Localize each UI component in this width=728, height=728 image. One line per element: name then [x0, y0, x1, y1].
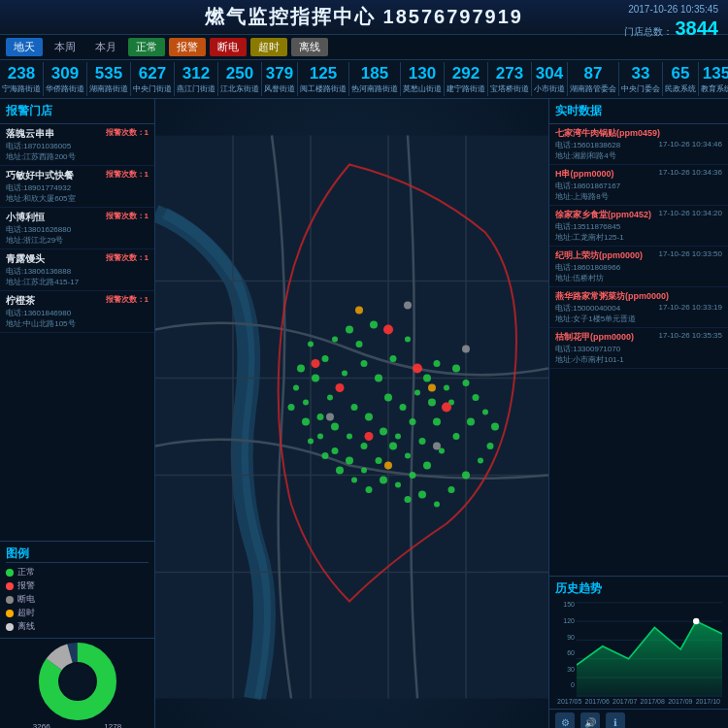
svg-point-74 [487, 443, 494, 449]
icon-volume[interactable]: 🔊 [580, 712, 600, 728]
stat-label-0: 宁海路街道 [2, 83, 41, 94]
stat-item-4: 312燕江门街道 [175, 62, 218, 96]
svg-point-89 [462, 346, 470, 353]
tab-month[interactable]: 本月 [87, 38, 124, 56]
svg-point-37 [380, 428, 387, 436]
chart-x-labels: 2017/052017/062017/072017/082017/092017/… [555, 698, 722, 705]
svg-point-61 [467, 418, 475, 426]
history-title: 历史趋势 [555, 580, 722, 597]
btn-alarm[interactable]: 报警 [169, 38, 206, 56]
stat-label-5: 江北东街道 [220, 83, 259, 94]
stat-label-16: 教育系统 [701, 83, 728, 94]
rt-name-1: H串(ppm0000)17-10-26 10:34:36 [555, 168, 722, 181]
legend-items: 正常报警断电超时离线 [6, 566, 149, 633]
svg-point-50 [376, 457, 382, 464]
svg-point-79 [418, 491, 426, 499]
history-section: 历史趋势 1501209060300 [549, 576, 728, 709]
stat-label-11: 宝塔桥街道 [490, 83, 529, 94]
alarm-item-2[interactable]: 小博利恒报警次数：1电话:13801626880地址:浙江北29号 [0, 208, 154, 249]
svg-point-13 [346, 326, 353, 334]
alarm-phone-1: 电话:18901774932 [6, 182, 149, 193]
icon-settings[interactable]: ⚙ [555, 712, 575, 728]
btn-offline[interactable]: 离线 [291, 38, 328, 56]
left-panel: 报警门店 落魄云串串报警次数：1电话:18701036005地址:江苏西路200… [0, 99, 155, 728]
alarm-item-3[interactable]: 青露馒头报警次数：1电话:13806136888地址:江苏北路415-17 [0, 249, 154, 291]
svg-point-83 [413, 364, 422, 374]
legend: 图例 正常报警断电超时离线 [0, 541, 154, 638]
tab-week[interactable]: 本周 [47, 38, 83, 56]
map-area[interactable] [155, 99, 548, 728]
icon-info[interactable]: ℹ [606, 712, 625, 728]
stat-num-2: 535 [89, 64, 128, 83]
svg-point-24 [414, 390, 420, 396]
stat-item-10: 292建宁路街道 [445, 62, 488, 96]
svg-point-48 [405, 453, 411, 459]
alarm-phone-4: 电话:13601846980 [6, 308, 149, 318]
svg-point-16 [370, 321, 378, 329]
history-chart [577, 601, 722, 698]
legend-label-0: 正常 [17, 566, 35, 579]
svg-point-27 [327, 395, 333, 401]
stat-item-11: 273宝塔桥街道 [488, 62, 532, 96]
svg-point-85 [442, 403, 451, 413]
rt-phone-2: 电话:13511876845 [555, 221, 722, 232]
main-content: 报警门店 落魄云串串报警次数：1电话:18701036005地址:江苏西路200… [0, 99, 728, 728]
tab-today[interactable]: 地天 [6, 38, 43, 56]
stat-num-7: 125 [300, 64, 347, 83]
alarm-addr-3: 地址:江苏北路415-17 [6, 277, 149, 287]
svg-point-62 [453, 433, 460, 440]
stat-label-14: 中央门委会 [621, 83, 660, 94]
svg-point-88 [326, 414, 334, 421]
datetime: 2017-10-26 10:35:45 [628, 4, 718, 15]
pie-chart-area: 3266 1278 [0, 638, 154, 728]
svg-point-34 [428, 399, 436, 407]
svg-point-51 [361, 468, 367, 474]
alarm-addr-0: 地址:江苏西路200号 [6, 151, 149, 162]
svg-point-46 [433, 418, 441, 426]
rt-item-1: H串(ppm0000)17-10-26 10:34:36电话:186018671… [549, 165, 728, 206]
pie-normal-num: 3266 [33, 722, 50, 728]
svg-point-26 [351, 404, 358, 411]
svg-point-31 [423, 375, 431, 382]
btn-power-off[interactable]: 断电 [210, 38, 247, 56]
stat-item-9: 130莫愁山街道 [401, 62, 445, 96]
rt-name-5: 桔制花甲(ppm0000)17-10-26 10:35:35 [555, 331, 722, 344]
stat-label-1: 华侨路街道 [46, 83, 84, 94]
alarm-addr-4: 地址:中山北路105号 [6, 318, 149, 329]
rt-addr-1: 地址:上海路8号 [555, 191, 722, 202]
alarm-item-4[interactable]: 柠橙茶报警次数：1电话:13601846980地址:中山北路105号 [0, 291, 154, 333]
stat-item-15: 65民政系统 [663, 62, 699, 96]
alarm-item-0[interactable]: 落魄云串串报警次数：1电话:18701036005地址:江苏西路200号 [0, 124, 154, 166]
rt-addr-3: 地址:伍桥村坊 [555, 273, 722, 283]
svg-point-93 [384, 462, 392, 470]
btn-timeout[interactable]: 超时 [250, 38, 287, 56]
legend-item-0: 正常 [6, 566, 149, 579]
svg-point-28 [312, 375, 319, 382]
svg-point-65 [410, 472, 416, 479]
stats-row: 238宁海路街道309华侨路街道535湖南路街道627中央门街道312燕江门街道… [0, 60, 728, 99]
stat-num-8: 185 [351, 64, 398, 83]
stat-num-15: 65 [665, 64, 696, 83]
stat-num-13: 87 [570, 64, 616, 83]
alarm-list: 落魄云串串报警次数：1电话:18701036005地址:江苏西路200号巧敏好中… [0, 124, 154, 541]
alarm-name-2: 小博利恒报警次数：1 [6, 211, 149, 224]
alarm-item-1[interactable]: 巧敏好中式快餐报警次数：1电话:18901774932地址:和欣大厦605室 [0, 166, 154, 208]
svg-point-66 [395, 482, 401, 488]
rt-phone-1: 电话:18601867167 [555, 181, 722, 191]
stat-num-10: 292 [447, 64, 485, 83]
rt-item-4: 燕华路家常粥菜坊(ppm0000)17-10-26 10:33:19电话:150… [549, 287, 728, 328]
stat-label-10: 建宁路街道 [447, 83, 485, 94]
btn-normal[interactable]: 正常 [128, 38, 165, 56]
legend-item-3: 超时 [6, 607, 149, 619]
svg-point-73 [491, 423, 499, 431]
stat-label-9: 莫愁山街道 [403, 83, 442, 94]
svg-rect-4 [155, 136, 548, 699]
svg-point-71 [322, 452, 329, 459]
stat-label-4: 燕江门街道 [177, 83, 215, 94]
svg-point-47 [419, 438, 426, 445]
svg-point-20 [390, 355, 397, 362]
svg-point-18 [342, 371, 347, 377]
stat-item-2: 535湖南路街道 [87, 62, 131, 96]
rt-addr-5: 地址:小市南村101-1 [555, 354, 722, 365]
svg-point-55 [302, 418, 310, 426]
